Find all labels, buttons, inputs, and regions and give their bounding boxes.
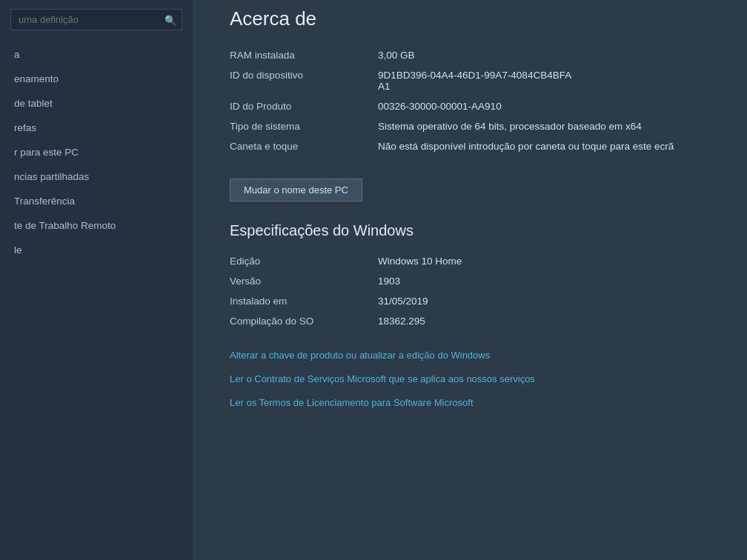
search-icon: 🔍: [165, 14, 176, 25]
sidebar-item-4[interactable]: r para este PC: [0, 140, 193, 164]
win-spec-label: Edição: [230, 251, 378, 271]
spec-label: RAM instalada: [230, 45, 378, 65]
sidebar-item-1[interactable]: enamento: [0, 67, 193, 91]
windows-link[interactable]: Alterar a chave de produto ou atualizar …: [230, 349, 717, 362]
table-row: Versão1903: [230, 271, 717, 291]
win-spec-value: Windows 10 Home: [378, 251, 717, 271]
sidebar: 🔍 a enamento de tablet refas r para este…: [0, 0, 193, 560]
table-row: Tipo de sistemaSistema operativo de 64 b…: [230, 116, 717, 136]
spec-value: Não está disponível introdução por canet…: [378, 136, 717, 156]
links-container: Alterar a chave de produto ou atualizar …: [230, 349, 717, 410]
spec-label: ID do Produto: [230, 96, 378, 116]
spec-value: 3,00 GB: [378, 45, 717, 65]
win-spec-label: Versão: [230, 271, 378, 291]
device-specs-table: RAM instalada3,00 GBID do dispositivo9D1…: [230, 45, 717, 156]
sidebar-items: a enamento de tablet refas r para este P…: [0, 42, 193, 262]
sidebar-item-2[interactable]: de tablet: [0, 91, 193, 116]
spec-value: 9D1BD396-04A4-46D1-99A7-4084CB4BFA A1: [378, 65, 717, 96]
spec-value: Sistema operativo de 64 bits, processado…: [378, 116, 717, 136]
search-box[interactable]: 🔍: [10, 9, 182, 30]
table-row: Compilação do SO18362.295: [230, 311, 717, 331]
windows-link[interactable]: Ler os Termos de Licenciamento para Soft…: [230, 396, 717, 410]
windows-specs-table: EdiçãoWindows 10 HomeVersão1903Instalado…: [230, 251, 717, 331]
table-row: Instalado em31/05/2019: [230, 291, 717, 311]
table-row: Caneta e toqueNão está disponível introd…: [230, 136, 717, 156]
win-spec-label: Instalado em: [230, 291, 378, 311]
win-spec-value: 1903: [378, 271, 717, 291]
windows-specs-title: Especificações do Windows: [230, 222, 717, 239]
windows-link[interactable]: Ler o Contrato de Serviços Microsoft que…: [230, 373, 717, 386]
table-row: EdiçãoWindows 10 Home: [230, 251, 717, 271]
sidebar-item-3[interactable]: refas: [0, 116, 193, 140]
win-spec-label: Compilação do SO: [230, 311, 378, 331]
spec-label: Tipo de sistema: [230, 116, 378, 136]
rename-pc-button[interactable]: Mudar o nome deste PC: [230, 179, 362, 201]
table-row: ID do Produto00326-30000-00001-AA910: [230, 96, 717, 116]
table-row: RAM instalada3,00 GB: [230, 45, 717, 65]
table-row: ID do dispositivo9D1BD396-04A4-46D1-99A7…: [230, 65, 717, 96]
spec-label: ID do dispositivo: [230, 65, 378, 96]
page-title: Acerca de: [230, 7, 717, 30]
spec-label: Caneta e toque: [230, 136, 378, 156]
win-spec-value: 31/05/2019: [378, 291, 717, 311]
main-content: Acerca de RAM instalada3,00 GBID do disp…: [193, 0, 747, 560]
sidebar-item-0[interactable]: a: [0, 42, 193, 67]
sidebar-item-6[interactable]: Transferência: [0, 189, 193, 213]
sidebar-item-7[interactable]: te de Trabalho Remoto: [0, 213, 193, 238]
spec-value: 00326-30000-00001-AA910: [378, 96, 717, 116]
sidebar-item-5[interactable]: ncias partilhadas: [0, 164, 193, 189]
win-spec-value: 18362.295: [378, 311, 717, 331]
search-input[interactable]: [10, 9, 182, 30]
sidebar-item-8[interactable]: le: [0, 238, 193, 262]
